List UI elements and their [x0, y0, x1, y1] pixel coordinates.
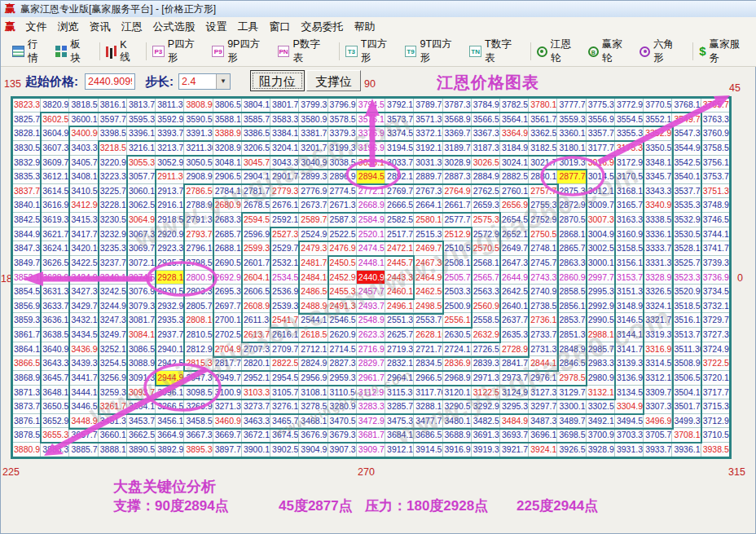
grid-cell[interactable]: 2445.70: [385, 256, 414, 271]
grid-cell[interactable]: 2659.30: [472, 198, 500, 213]
grid-cell[interactable]: 3794.50: [357, 98, 385, 113]
grid-cell[interactable]: 2548.90: [357, 313, 385, 328]
grid-cell[interactable]: 2836.90: [443, 356, 472, 371]
grid-cell[interactable]: 2956.90: [299, 371, 327, 386]
grid-cell[interactable]: 2510.50: [443, 241, 472, 256]
grid-cell[interactable]: 3823.30: [12, 98, 41, 113]
grid-cell[interactable]: 3777.70: [557, 98, 586, 113]
grid-cell[interactable]: 2532.10: [270, 256, 299, 271]
grid-cell[interactable]: 2985.70: [587, 342, 615, 357]
grid-cell[interactable]: 3422.50: [69, 256, 98, 271]
grid-cell[interactable]: 3528.10: [672, 241, 701, 256]
grid-cell[interactable]: 3847.30: [12, 241, 41, 256]
grid-cell[interactable]: 3924.10: [529, 443, 557, 457]
grid-cell[interactable]: 2476.90: [328, 241, 357, 256]
grid-cell[interactable]: 3710.50: [701, 428, 730, 443]
grid-cell[interactable]: 3573.70: [385, 113, 414, 127]
grid-cell[interactable]: 3482.50: [472, 414, 500, 429]
grid-cell[interactable]: 2608.90: [242, 299, 270, 314]
grid-cell[interactable]: 2908.90: [184, 170, 213, 184]
grid-cell[interactable]: 2870.50: [557, 213, 586, 227]
grid-cell[interactable]: 3436.90: [69, 342, 98, 357]
grid-cell[interactable]: 2923.30: [156, 241, 184, 256]
grid-cell[interactable]: 3926.50: [557, 443, 586, 457]
grid-cell[interactable]: 2808.10: [184, 313, 213, 328]
grid-cell[interactable]: 3307.30: [644, 399, 672, 414]
grid-cell[interactable]: 3852.10: [12, 271, 41, 285]
grid-cell[interactable]: 2661.70: [443, 198, 472, 213]
grid-cell[interactable]: 3895.30: [184, 443, 213, 457]
grid-cell[interactable]: 3607.30: [41, 141, 69, 156]
toolbar-button-六角形[interactable]: 六角形: [640, 38, 683, 65]
grid-cell[interactable]: 3770.50: [644, 98, 672, 113]
menu-item-窗口[interactable]: 窗口: [270, 20, 291, 34]
grid-cell[interactable]: 3364.90: [500, 126, 529, 141]
grid-cell[interactable]: 3477.70: [414, 414, 442, 429]
grid-cell[interactable]: 2793.70: [184, 227, 213, 242]
grid-cell[interactable]: 2731.30: [529, 342, 557, 357]
grid-cell[interactable]: 3912.10: [385, 443, 414, 457]
grid-cell[interactable]: 2880.10: [529, 170, 557, 184]
grid-cell[interactable]: 2846.50: [557, 356, 586, 371]
grid-cell[interactable]: 3672.10: [242, 428, 270, 443]
grid-cell[interactable]: 3441.70: [69, 371, 98, 386]
grid-cell[interactable]: 3883.30: [41, 443, 69, 457]
grid-cell[interactable]: 3367.30: [472, 126, 500, 141]
grid-cell[interactable]: 3472.90: [357, 414, 385, 429]
grid-cell[interactable]: 3132.10: [587, 386, 615, 400]
grid-cell[interactable]: 3223.30: [99, 170, 127, 184]
grid-cell[interactable]: 2690.50: [213, 256, 242, 271]
grid-cell[interactable]: 2656.90: [500, 198, 529, 213]
grid-cell[interactable]: 3451.30: [99, 414, 127, 429]
grid-cell[interactable]: 2503.30: [443, 285, 472, 299]
grid-cell[interactable]: 3225.70: [99, 184, 127, 199]
grid-cell[interactable]: 3120.10: [443, 386, 472, 400]
grid-cell[interactable]: 2865.70: [557, 241, 586, 256]
grid-cell[interactable]: 3410.50: [69, 184, 98, 199]
grid-cell[interactable]: 2899.30: [299, 170, 327, 184]
grid-cell[interactable]: 3499.30: [672, 414, 701, 429]
grid-cell[interactable]: 2851.30: [557, 328, 586, 342]
grid-cell[interactable]: 3801.70: [270, 98, 299, 113]
grid-cell[interactable]: 3062.50: [127, 198, 156, 213]
grid-cell[interactable]: 3336.10: [644, 227, 672, 242]
grid-cell[interactable]: 3609.70: [41, 156, 69, 170]
grid-cell[interactable]: 3124.90: [500, 386, 529, 400]
grid-cell[interactable]: 3004.90: [587, 227, 615, 242]
grid-cell[interactable]: 2541.70: [270, 313, 299, 328]
grid-cell[interactable]: 3458.50: [184, 414, 213, 429]
grid-cell[interactable]: 2788.90: [184, 198, 213, 213]
grid-cell[interactable]: 2776.90: [299, 184, 327, 199]
grid-cell[interactable]: 3343.30: [644, 184, 672, 199]
grid-cell[interactable]: 3103.30: [242, 386, 270, 400]
grid-cell[interactable]: 3045.70: [242, 156, 270, 170]
grid-cell[interactable]: 3374.50: [385, 126, 414, 141]
grid-cell[interactable]: 3391.30: [184, 126, 213, 141]
grid-cell[interactable]: 3067.30: [127, 227, 156, 242]
grid-cell[interactable]: 2728.90: [500, 342, 529, 357]
grid-cell[interactable]: 2812.90: [184, 342, 213, 357]
grid-cell[interactable]: 3504.10: [672, 386, 701, 400]
grid-cell[interactable]: 2884.90: [472, 170, 500, 184]
grid-cell[interactable]: 2762.50: [472, 184, 500, 199]
grid-cell[interactable]: 2954.50: [270, 371, 299, 386]
grid-cell[interactable]: 2527.30: [270, 227, 299, 242]
grid-cell[interactable]: 2858.50: [557, 285, 586, 299]
grid-cell[interactable]: 2712.10: [299, 342, 327, 357]
grid-cell[interactable]: 2680.90: [213, 198, 242, 213]
grid-cell[interactable]: 2654.50: [500, 213, 529, 227]
grid-cell[interactable]: 3873.70: [12, 399, 41, 414]
grid-cell[interactable]: 3547.30: [672, 126, 701, 141]
grid-cell[interactable]: 3600.10: [69, 113, 98, 127]
grid-cell[interactable]: 3564.10: [500, 113, 529, 127]
grid-cell[interactable]: 2692.90: [213, 271, 242, 285]
grid-cell[interactable]: 2961.70: [357, 371, 385, 386]
grid-cell[interactable]: 3864.10: [12, 342, 41, 357]
grid-cell[interactable]: 2664.10: [414, 198, 442, 213]
grid-cell[interactable]: 2484.10: [299, 271, 327, 285]
grid-cell[interactable]: 3552.10: [644, 113, 672, 127]
grid-cell[interactable]: 2584.90: [357, 213, 385, 227]
grid-cell[interactable]: 3180.10: [557, 141, 586, 156]
grid-cell[interactable]: 3331.30: [644, 256, 672, 271]
grid-cell[interactable]: 3674.50: [270, 428, 299, 443]
